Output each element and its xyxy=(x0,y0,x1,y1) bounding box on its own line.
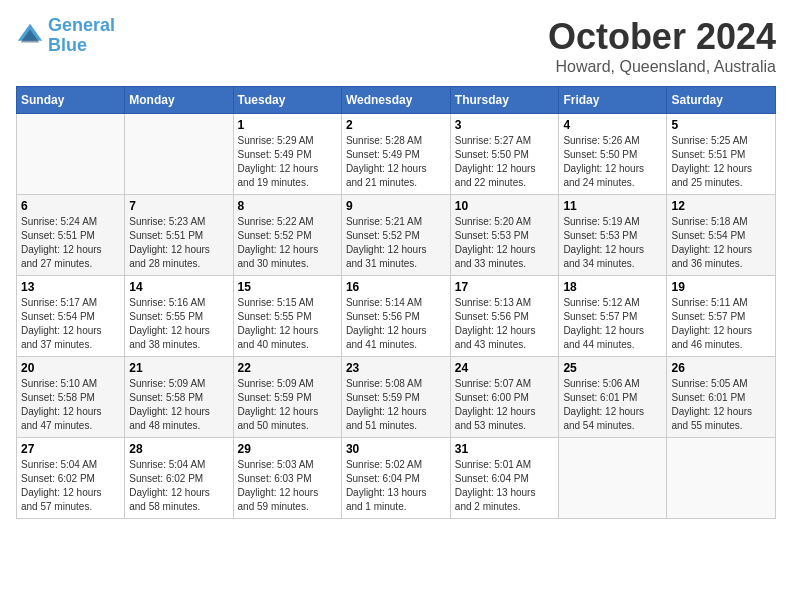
day-number: 22 xyxy=(238,361,337,375)
day-info: Sunrise: 5:23 AM Sunset: 5:51 PM Dayligh… xyxy=(129,215,228,271)
day-number: 16 xyxy=(346,280,446,294)
day-number: 24 xyxy=(455,361,555,375)
day-number: 29 xyxy=(238,442,337,456)
week-row-2: 6Sunrise: 5:24 AM Sunset: 5:51 PM Daylig… xyxy=(17,195,776,276)
day-info: Sunrise: 5:16 AM Sunset: 5:55 PM Dayligh… xyxy=(129,296,228,352)
day-info: Sunrise: 5:03 AM Sunset: 6:03 PM Dayligh… xyxy=(238,458,337,514)
calendar-cell: 1Sunrise: 5:29 AM Sunset: 5:49 PM Daylig… xyxy=(233,114,341,195)
location-title: Howard, Queensland, Australia xyxy=(548,58,776,76)
calendar-cell: 10Sunrise: 5:20 AM Sunset: 5:53 PM Dayli… xyxy=(450,195,559,276)
day-number: 10 xyxy=(455,199,555,213)
day-number: 18 xyxy=(563,280,662,294)
calendar-cell: 17Sunrise: 5:13 AM Sunset: 5:56 PM Dayli… xyxy=(450,276,559,357)
calendar-cell: 26Sunrise: 5:05 AM Sunset: 6:01 PM Dayli… xyxy=(667,357,776,438)
calendar-cell: 13Sunrise: 5:17 AM Sunset: 5:54 PM Dayli… xyxy=(17,276,125,357)
day-info: Sunrise: 5:04 AM Sunset: 6:02 PM Dayligh… xyxy=(129,458,228,514)
title-area: October 2024 Howard, Queensland, Austral… xyxy=(548,16,776,76)
day-number: 30 xyxy=(346,442,446,456)
calendar-cell: 30Sunrise: 5:02 AM Sunset: 6:04 PM Dayli… xyxy=(341,438,450,519)
day-info: Sunrise: 5:05 AM Sunset: 6:01 PM Dayligh… xyxy=(671,377,771,433)
calendar-cell: 5Sunrise: 5:25 AM Sunset: 5:51 PM Daylig… xyxy=(667,114,776,195)
day-number: 20 xyxy=(21,361,120,375)
day-number: 26 xyxy=(671,361,771,375)
day-info: Sunrise: 5:20 AM Sunset: 5:53 PM Dayligh… xyxy=(455,215,555,271)
day-info: Sunrise: 5:04 AM Sunset: 6:02 PM Dayligh… xyxy=(21,458,120,514)
day-info: Sunrise: 5:18 AM Sunset: 5:54 PM Dayligh… xyxy=(671,215,771,271)
calendar-cell: 14Sunrise: 5:16 AM Sunset: 5:55 PM Dayli… xyxy=(125,276,233,357)
day-info: Sunrise: 5:21 AM Sunset: 5:52 PM Dayligh… xyxy=(346,215,446,271)
day-info: Sunrise: 5:22 AM Sunset: 5:52 PM Dayligh… xyxy=(238,215,337,271)
page-header: General Blue October 2024 Howard, Queens… xyxy=(16,16,776,76)
day-info: Sunrise: 5:29 AM Sunset: 5:49 PM Dayligh… xyxy=(238,134,337,190)
weekday-header-friday: Friday xyxy=(559,87,667,114)
day-number: 13 xyxy=(21,280,120,294)
day-number: 21 xyxy=(129,361,228,375)
calendar-cell: 19Sunrise: 5:11 AM Sunset: 5:57 PM Dayli… xyxy=(667,276,776,357)
day-info: Sunrise: 5:19 AM Sunset: 5:53 PM Dayligh… xyxy=(563,215,662,271)
logo: General Blue xyxy=(16,16,115,56)
logo-icon xyxy=(16,22,44,50)
calendar-cell: 12Sunrise: 5:18 AM Sunset: 5:54 PM Dayli… xyxy=(667,195,776,276)
day-info: Sunrise: 5:15 AM Sunset: 5:55 PM Dayligh… xyxy=(238,296,337,352)
week-row-5: 27Sunrise: 5:04 AM Sunset: 6:02 PM Dayli… xyxy=(17,438,776,519)
calendar-cell: 18Sunrise: 5:12 AM Sunset: 5:57 PM Dayli… xyxy=(559,276,667,357)
day-number: 3 xyxy=(455,118,555,132)
day-number: 5 xyxy=(671,118,771,132)
weekday-header-row: SundayMondayTuesdayWednesdayThursdayFrid… xyxy=(17,87,776,114)
day-number: 23 xyxy=(346,361,446,375)
calendar-cell xyxy=(17,114,125,195)
day-info: Sunrise: 5:27 AM Sunset: 5:50 PM Dayligh… xyxy=(455,134,555,190)
calendar-cell: 24Sunrise: 5:07 AM Sunset: 6:00 PM Dayli… xyxy=(450,357,559,438)
calendar-cell: 6Sunrise: 5:24 AM Sunset: 5:51 PM Daylig… xyxy=(17,195,125,276)
day-info: Sunrise: 5:14 AM Sunset: 5:56 PM Dayligh… xyxy=(346,296,446,352)
day-info: Sunrise: 5:25 AM Sunset: 5:51 PM Dayligh… xyxy=(671,134,771,190)
weekday-header-tuesday: Tuesday xyxy=(233,87,341,114)
day-info: Sunrise: 5:11 AM Sunset: 5:57 PM Dayligh… xyxy=(671,296,771,352)
day-info: Sunrise: 5:13 AM Sunset: 5:56 PM Dayligh… xyxy=(455,296,555,352)
calendar-cell: 28Sunrise: 5:04 AM Sunset: 6:02 PM Dayli… xyxy=(125,438,233,519)
calendar-cell: 21Sunrise: 5:09 AM Sunset: 5:58 PM Dayli… xyxy=(125,357,233,438)
day-number: 4 xyxy=(563,118,662,132)
calendar-cell: 25Sunrise: 5:06 AM Sunset: 6:01 PM Dayli… xyxy=(559,357,667,438)
weekday-header-saturday: Saturday xyxy=(667,87,776,114)
day-info: Sunrise: 5:06 AM Sunset: 6:01 PM Dayligh… xyxy=(563,377,662,433)
day-number: 14 xyxy=(129,280,228,294)
day-info: Sunrise: 5:09 AM Sunset: 5:58 PM Dayligh… xyxy=(129,377,228,433)
month-title: October 2024 xyxy=(548,16,776,58)
day-number: 2 xyxy=(346,118,446,132)
day-info: Sunrise: 5:08 AM Sunset: 5:59 PM Dayligh… xyxy=(346,377,446,433)
day-info: Sunrise: 5:12 AM Sunset: 5:57 PM Dayligh… xyxy=(563,296,662,352)
calendar-table: SundayMondayTuesdayWednesdayThursdayFrid… xyxy=(16,86,776,519)
day-info: Sunrise: 5:02 AM Sunset: 6:04 PM Dayligh… xyxy=(346,458,446,514)
day-number: 11 xyxy=(563,199,662,213)
week-row-3: 13Sunrise: 5:17 AM Sunset: 5:54 PM Dayli… xyxy=(17,276,776,357)
day-info: Sunrise: 5:26 AM Sunset: 5:50 PM Dayligh… xyxy=(563,134,662,190)
calendar-cell: 4Sunrise: 5:26 AM Sunset: 5:50 PM Daylig… xyxy=(559,114,667,195)
day-number: 25 xyxy=(563,361,662,375)
day-number: 1 xyxy=(238,118,337,132)
day-info: Sunrise: 5:01 AM Sunset: 6:04 PM Dayligh… xyxy=(455,458,555,514)
calendar-cell: 16Sunrise: 5:14 AM Sunset: 5:56 PM Dayli… xyxy=(341,276,450,357)
calendar-cell: 20Sunrise: 5:10 AM Sunset: 5:58 PM Dayli… xyxy=(17,357,125,438)
calendar-cell: 27Sunrise: 5:04 AM Sunset: 6:02 PM Dayli… xyxy=(17,438,125,519)
day-info: Sunrise: 5:28 AM Sunset: 5:49 PM Dayligh… xyxy=(346,134,446,190)
calendar-cell: 3Sunrise: 5:27 AM Sunset: 5:50 PM Daylig… xyxy=(450,114,559,195)
day-number: 6 xyxy=(21,199,120,213)
day-number: 7 xyxy=(129,199,228,213)
calendar-cell: 11Sunrise: 5:19 AM Sunset: 5:53 PM Dayli… xyxy=(559,195,667,276)
calendar-cell: 8Sunrise: 5:22 AM Sunset: 5:52 PM Daylig… xyxy=(233,195,341,276)
day-number: 28 xyxy=(129,442,228,456)
calendar-cell: 29Sunrise: 5:03 AM Sunset: 6:03 PM Dayli… xyxy=(233,438,341,519)
day-info: Sunrise: 5:09 AM Sunset: 5:59 PM Dayligh… xyxy=(238,377,337,433)
calendar-cell: 9Sunrise: 5:21 AM Sunset: 5:52 PM Daylig… xyxy=(341,195,450,276)
day-number: 9 xyxy=(346,199,446,213)
calendar-cell: 7Sunrise: 5:23 AM Sunset: 5:51 PM Daylig… xyxy=(125,195,233,276)
weekday-header-thursday: Thursday xyxy=(450,87,559,114)
day-number: 17 xyxy=(455,280,555,294)
calendar-cell: 31Sunrise: 5:01 AM Sunset: 6:04 PM Dayli… xyxy=(450,438,559,519)
calendar-cell xyxy=(125,114,233,195)
calendar-cell: 2Sunrise: 5:28 AM Sunset: 5:49 PM Daylig… xyxy=(341,114,450,195)
calendar-cell: 15Sunrise: 5:15 AM Sunset: 5:55 PM Dayli… xyxy=(233,276,341,357)
day-number: 15 xyxy=(238,280,337,294)
day-number: 8 xyxy=(238,199,337,213)
